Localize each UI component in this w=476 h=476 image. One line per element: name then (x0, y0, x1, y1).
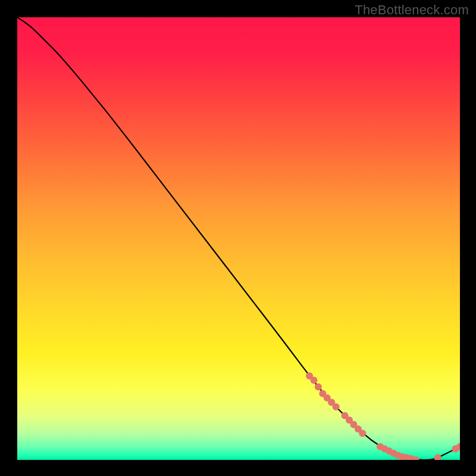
data-markers (306, 372, 460, 460)
data-marker (315, 383, 322, 390)
data-marker (310, 377, 317, 384)
data-marker (359, 430, 366, 437)
data-marker (333, 403, 340, 411)
chart-svg (17, 17, 460, 460)
watermark-text: TheBottleneck.com (355, 2, 469, 18)
data-marker (434, 454, 441, 460)
bottleneck-curve (17, 17, 460, 460)
chart-frame: TheBottleneck.com (0, 0, 476, 476)
